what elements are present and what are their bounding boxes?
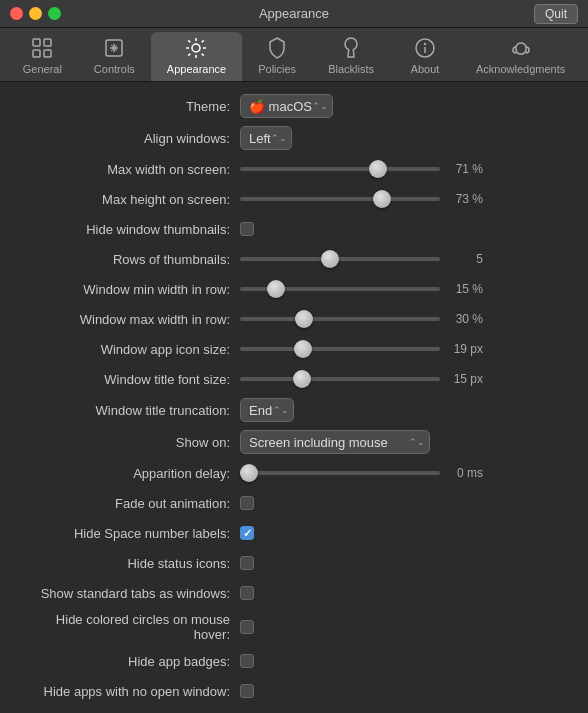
apparition-delay-label: Apparition delay:	[20, 466, 240, 481]
win-icon-size-control: 19 px	[240, 342, 568, 356]
win-icon-size-label: Window app icon size:	[20, 342, 240, 357]
hide-no-window-checkbox[interactable]	[240, 684, 254, 698]
fade-out-checkbox[interactable]	[240, 496, 254, 510]
hide-thumbnails-checkbox[interactable]	[240, 222, 254, 236]
hide-colored-label: Hide colored circles on mouse hover:	[20, 612, 240, 642]
theme-row: Theme: 🍎 macOS	[20, 94, 568, 118]
show-tabs-checkbox[interactable]	[240, 586, 254, 600]
max-width-control: 71 %	[240, 162, 568, 176]
svg-point-5	[192, 44, 200, 52]
toolbar-label-appearance: Appearance	[167, 63, 226, 75]
apparition-delay-value: 0 ms	[448, 466, 483, 480]
hide-colored-row: Hide colored circles on mouse hover:	[20, 612, 568, 642]
align-dropdown-wrapper[interactable]: Left	[240, 126, 292, 150]
max-width-label: Max width on screen:	[20, 162, 240, 177]
hide-thumbnails-row: Hide window thumbnails:	[20, 218, 568, 240]
trunc-select[interactable]: End	[240, 398, 294, 422]
title-bar: Appearance Quit	[0, 0, 588, 28]
align-windows-label: Align windows:	[20, 131, 240, 146]
win-min-width-slider[interactable]	[240, 287, 440, 291]
hide-colored-control	[240, 620, 568, 634]
hide-thumbnails-label: Hide window thumbnails:	[20, 222, 240, 237]
win-title-font-slider[interactable]	[240, 377, 440, 381]
show-tabs-label: Show standard tabs as windows:	[20, 586, 240, 601]
toolbar-item-controls[interactable]: Controls	[78, 32, 151, 81]
theme-control: 🍎 macOS	[240, 94, 568, 118]
win-min-width-control: 15 %	[240, 282, 568, 296]
preview-row: Preview selected window:	[20, 710, 568, 711]
apparition-delay-control: 0 ms	[240, 466, 568, 480]
hide-space-row: Hide Space number labels:	[20, 522, 568, 544]
hide-colored-checkbox[interactable]	[240, 620, 254, 634]
max-width-value: 71 %	[448, 162, 483, 176]
win-title-font-value: 15 px	[448, 372, 483, 386]
toolbar-label-policies: Policies	[258, 63, 296, 75]
toolbar-item-appearance[interactable]: Appearance	[151, 32, 242, 81]
hide-space-checkbox[interactable]	[240, 526, 254, 540]
hide-status-row: Hide status icons:	[20, 552, 568, 574]
window-title: Appearance	[259, 6, 329, 21]
show-on-label: Show on:	[20, 435, 240, 450]
theme-dropdown-wrapper[interactable]: 🍎 macOS	[240, 94, 333, 118]
svg-point-8	[425, 44, 426, 45]
show-tabs-control	[240, 586, 568, 600]
max-height-value: 73 %	[448, 192, 483, 206]
align-windows-control: Left	[240, 126, 568, 150]
minimize-button[interactable]	[29, 7, 42, 20]
rows-thumbnails-control: 5	[240, 252, 568, 266]
max-width-slider[interactable]	[240, 167, 440, 171]
toolbar-item-blacklists[interactable]: Blacklists	[312, 32, 390, 81]
rows-thumbnails-row: Rows of thumbnails: 5	[20, 248, 568, 270]
win-max-width-label: Window max width in row:	[20, 312, 240, 327]
hide-badges-row: Hide app badges:	[20, 650, 568, 672]
hide-status-label: Hide status icons:	[20, 556, 240, 571]
hide-badges-control	[240, 654, 568, 668]
toolbar-item-acknowledgments[interactable]: Acknowledgments	[460, 32, 581, 81]
hide-status-checkbox[interactable]	[240, 556, 254, 570]
hide-badges-label: Hide app badges:	[20, 654, 240, 669]
win-max-width-row: Window max width in row: 30 %	[20, 308, 568, 330]
svg-rect-3	[44, 50, 51, 57]
toolbar-item-general[interactable]: General	[7, 32, 78, 81]
toolbar-label-about: About	[411, 63, 440, 75]
win-title-font-control: 15 px	[240, 372, 568, 386]
quit-button[interactable]: Quit	[534, 4, 578, 24]
rows-thumbnails-value: 5	[448, 252, 483, 266]
hide-space-control	[240, 526, 568, 540]
svg-rect-1	[44, 39, 51, 46]
fade-out-row: Fade out animation:	[20, 492, 568, 514]
max-height-row: Max height on screen: 73 %	[20, 188, 568, 210]
toolbar-label-blacklists: Blacklists	[328, 63, 374, 75]
win-min-width-label: Window min width in row:	[20, 282, 240, 297]
show-on-row: Show on: Screen including mouse	[20, 430, 568, 454]
show-on-select[interactable]: Screen including mouse	[240, 430, 430, 454]
rows-thumbnails-label: Rows of thumbnails:	[20, 252, 240, 267]
fade-out-label: Fade out animation:	[20, 496, 240, 511]
close-button[interactable]	[10, 7, 23, 20]
hide-status-control	[240, 556, 568, 570]
win-max-width-value: 30 %	[448, 312, 483, 326]
toolbar: General Controls Appearance Policies Bla…	[0, 28, 588, 82]
win-icon-size-slider[interactable]	[240, 347, 440, 351]
win-max-width-slider[interactable]	[240, 317, 440, 321]
win-max-width-control: 30 %	[240, 312, 568, 326]
show-on-dropdown-wrapper[interactable]: Screen including mouse	[240, 430, 430, 454]
win-min-width-value: 15 %	[448, 282, 483, 296]
rows-thumbnails-slider[interactable]	[240, 257, 440, 261]
max-height-control: 73 %	[240, 192, 568, 206]
max-width-row: Max width on screen: 71 %	[20, 158, 568, 180]
win-icon-size-row: Window app icon size: 19 px	[20, 338, 568, 360]
trunc-dropdown-wrapper[interactable]: End	[240, 398, 294, 422]
theme-select[interactable]: 🍎 macOS	[240, 94, 333, 118]
hide-thumbnails-control	[240, 222, 568, 236]
align-select[interactable]: Left	[240, 126, 292, 150]
toolbar-item-policies[interactable]: Policies	[242, 32, 312, 81]
hide-badges-checkbox[interactable]	[240, 654, 254, 668]
max-height-slider[interactable]	[240, 197, 440, 201]
win-title-trunc-label: Window title truncation:	[20, 403, 240, 418]
win-title-font-label: Window title font size:	[20, 372, 240, 387]
maximize-button[interactable]	[48, 7, 61, 20]
apparition-delay-slider[interactable]	[240, 471, 440, 475]
toolbar-item-about[interactable]: About	[390, 32, 460, 81]
hide-no-window-row: Hide apps with no open window:	[20, 680, 568, 702]
